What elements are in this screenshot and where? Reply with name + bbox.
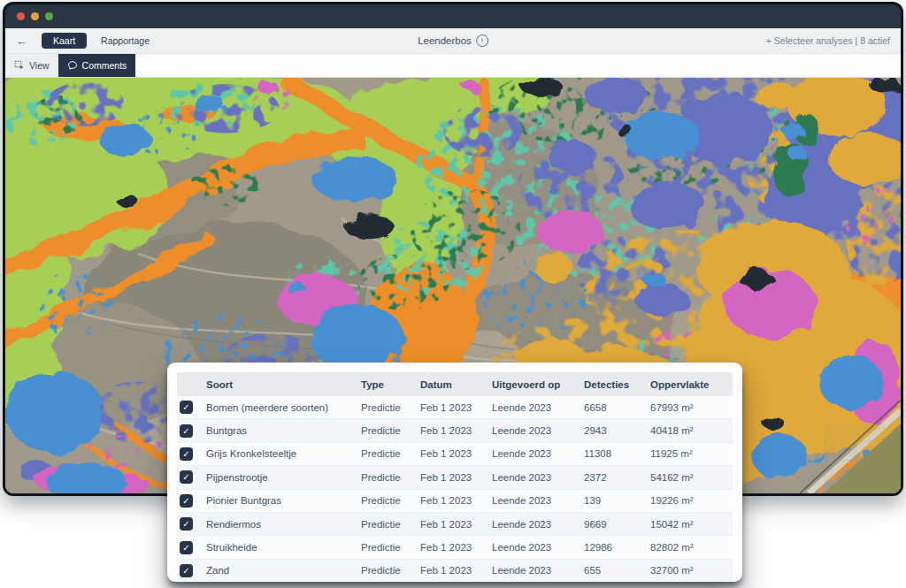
tab-rapportage[interactable]: Rapportage xyxy=(101,35,150,46)
cell-datum: Feb 1 2023 xyxy=(420,519,492,530)
cell-detecties: 139 xyxy=(584,495,650,506)
cell-uitgevoerd-op: Leende 2023 xyxy=(492,519,584,530)
minimize-window-icon[interactable] xyxy=(31,12,39,20)
map-toolbar: View Comments xyxy=(5,54,901,78)
cell-oppervlakte: 54162 m² xyxy=(650,472,733,483)
cell-datum: Feb 1 2023 xyxy=(420,565,492,576)
cell-uitgevoerd-op: Leende 2023 xyxy=(492,402,584,413)
cell-detecties: 2943 xyxy=(584,425,650,436)
navigation-bar: ← Kaart Rapportage Leenderbos i + Select… xyxy=(5,28,901,54)
cell-soort: Buntgras xyxy=(206,425,361,436)
row-checkbox[interactable]: ✓ xyxy=(180,564,193,577)
cell-detecties: 11308 xyxy=(584,448,650,459)
column-header-datum: Datum xyxy=(420,379,492,390)
cell-oppervlakte: 40418 m² xyxy=(650,425,733,436)
cell-soort: Struikheide xyxy=(206,542,361,553)
row-checkbox[interactable]: ✓ xyxy=(180,494,193,508)
analyses-table-card: Soort Type Datum Uitgevoerd op Detecties… xyxy=(167,363,742,582)
table-header-row: Soort Type Datum Uitgevoerd op Detecties… xyxy=(177,372,733,396)
column-header-oppervlakte: Oppervlakte xyxy=(650,379,733,390)
cell-datum: Feb 1 2023 xyxy=(420,472,492,483)
table-row: ✓ Bomen (meerdere soorten) Predictie Feb… xyxy=(177,396,733,418)
cell-datum: Feb 1 2023 xyxy=(420,402,492,413)
page-title-group: Leenderbos i xyxy=(418,34,488,47)
row-checkbox[interactable]: ✓ xyxy=(180,517,193,531)
cell-type: Predictie xyxy=(361,425,420,436)
table-row: ✓ Zand Predictie Feb 1 2023 Leende 2023 … xyxy=(177,559,733,582)
cell-datum: Feb 1 2023 xyxy=(420,542,492,553)
cell-soort: Bomen (meerdere soorten) xyxy=(206,402,361,413)
cell-uitgevoerd-op: Leende 2023 xyxy=(492,448,584,459)
cell-oppervlakte: 15042 m² xyxy=(650,519,733,530)
cell-oppervlakte: 19226 m² xyxy=(650,495,733,506)
row-checkbox[interactable]: ✓ xyxy=(180,424,193,438)
close-window-icon[interactable] xyxy=(17,12,25,20)
back-button[interactable]: ← xyxy=(16,35,27,47)
cell-soort: Pijpenstrootje xyxy=(206,472,361,483)
column-header-uitgevoerd-op: Uitgevoerd op xyxy=(492,379,584,390)
column-header-detecties: Detecties xyxy=(584,379,650,390)
cell-datum: Feb 1 2023 xyxy=(420,448,492,459)
cell-type: Predictie xyxy=(361,542,420,553)
row-checkbox[interactable]: ✓ xyxy=(180,541,193,554)
cell-uitgevoerd-op: Leende 2023 xyxy=(492,565,584,576)
table-row: ✓ Pijpenstrootje Predictie Feb 1 2023 Le… xyxy=(177,465,733,488)
table-row: ✓ Buntgras Predictie Feb 1 2023 Leende 2… xyxy=(177,418,733,441)
cell-type: Predictie xyxy=(361,402,420,413)
info-icon[interactable]: i xyxy=(476,34,488,47)
cell-detecties: 12986 xyxy=(584,542,650,553)
row-checkbox[interactable]: ✓ xyxy=(180,401,193,414)
cell-datum: Feb 1 2023 xyxy=(420,495,492,506)
cell-uitgevoerd-op: Leende 2023 xyxy=(492,542,584,553)
select-analyses-button[interactable]: + Selecteer analyses | 8 actief xyxy=(766,35,890,46)
table-row: ✓ Rendiermos Predictie Feb 1 2023 Leende… xyxy=(177,512,733,535)
row-checkbox[interactable]: ✓ xyxy=(180,470,193,484)
cell-detecties: 6658 xyxy=(584,402,650,413)
cell-uitgevoerd-op: Leende 2023 xyxy=(492,495,584,506)
cell-type: Predictie xyxy=(361,519,420,530)
row-checkbox[interactable]: ✓ xyxy=(180,447,193,461)
cell-type: Predictie xyxy=(361,472,420,483)
table-row: ✓ Grijs Kronkelsteeltje Predictie Feb 1 … xyxy=(177,442,733,465)
cell-soort: Grijs Kronkelsteeltje xyxy=(206,448,361,459)
window-titlebar xyxy=(5,4,901,28)
cell-type: Predictie xyxy=(361,495,420,506)
table-rows: ✓ Bomen (meerdere soorten) Predictie Feb… xyxy=(177,396,733,582)
cell-soort: Zand xyxy=(206,565,361,576)
cell-detecties: 9669 xyxy=(584,519,650,530)
cell-soort: Pionier Buntgras xyxy=(206,495,361,506)
cell-oppervlakte: 11925 m² xyxy=(650,448,733,459)
view-button[interactable]: View xyxy=(5,54,58,77)
column-header-soort: Soort xyxy=(206,379,361,390)
cell-oppervlakte: 82802 m² xyxy=(650,542,733,553)
cell-type: Predictie xyxy=(361,448,420,459)
cell-uitgevoerd-op: Leende 2023 xyxy=(492,425,584,436)
cell-datum: Feb 1 2023 xyxy=(420,425,492,436)
cell-oppervlakte: 32700 m² xyxy=(650,565,733,576)
cell-uitgevoerd-op: Leende 2023 xyxy=(492,472,584,483)
speech-bubble-icon xyxy=(67,60,78,71)
page-title: Leenderbos xyxy=(418,35,472,46)
cell-oppervlakte: 67993 m² xyxy=(650,402,733,413)
column-header-type: Type xyxy=(361,379,420,390)
cell-type: Predictie xyxy=(361,565,420,576)
table-row: ✓ Struikheide Predictie Feb 1 2023 Leend… xyxy=(177,535,733,558)
zoom-window-icon[interactable] xyxy=(45,12,53,20)
cell-soort: Rendiermos xyxy=(206,519,361,530)
tab-kaart[interactable]: Kaart xyxy=(42,33,87,50)
cell-detecties: 2372 xyxy=(584,472,650,483)
table-row: ✓ Pionier Buntgras Predictie Feb 1 2023 … xyxy=(177,489,733,512)
comments-button[interactable]: Comments xyxy=(58,54,136,77)
select-cursor-icon xyxy=(14,60,25,71)
cell-detecties: 655 xyxy=(584,565,650,576)
